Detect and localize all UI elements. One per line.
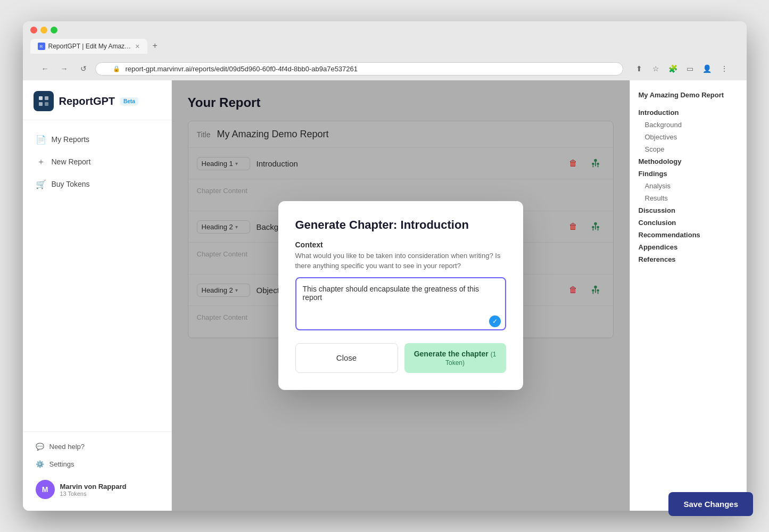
sidebar-nav: 📄 My Reports ＋ New Report 🛒 Buy Tokens [23,120,171,431]
textarea-check-icon: ✓ [489,315,501,327]
tab-title: ReportGPT | Edit My Amazing... [48,43,133,50]
toc-items: IntroductionBackgroundObjectivesScopeMet… [639,106,738,265]
browser-tab[interactable]: R ReportGPT | Edit My Amazing... × [30,39,147,54]
modal-context-desc: What would you like to be taken into con… [295,251,506,270]
toc-report-title: My Amazing Demo Report [639,91,738,99]
toc-item-scope[interactable]: Scope [639,143,738,155]
svg-rect-0 [39,96,43,100]
maximize-window-button[interactable] [51,27,57,34]
toc-item-background[interactable]: Background [639,119,738,131]
browser-actions: ⬆ ☆ 🧩 ▭ 👤 ⋮ [632,61,732,76]
modal-close-button[interactable]: Close [295,343,398,373]
modal-actions: Close Generate the chapter (1 Token) [295,343,506,373]
sidebar-item-buy-tokens[interactable]: 🛒 Buy Tokens [29,173,165,195]
toc-item-objectives[interactable]: Objectives [639,131,738,143]
user-profile[interactable]: M Marvin von Rappard 13 Tokens [29,475,165,504]
svg-rect-2 [45,96,48,100]
address-text: report-gpt.marvinvr.ai/reports/edit/09d5… [126,65,358,73]
sidebar-item-my-reports[interactable]: 📄 My Reports [29,129,165,150]
svg-rect-1 [39,102,43,106]
reports-icon: 📄 [36,134,46,145]
settings-icon: ⚙️ [36,460,44,468]
sidebar-item-label-buy-tokens: Buy Tokens [52,180,90,188]
sidebar-item-new-report[interactable]: ＋ New Report [29,151,165,172]
tab-close-button[interactable]: × [135,42,139,51]
context-textarea[interactable]: This chapter should encapsulate the grea… [295,277,506,330]
help-icon: 💬 [36,443,44,451]
nav-refresh-button[interactable]: ↺ [76,61,91,76]
user-info: Marvin von Rappard 13 Tokens [60,483,159,497]
beta-badge: Beta [120,97,138,105]
nav-back-button[interactable]: ← [38,61,53,76]
modal-title: Generate Chapter: Introduction [295,218,506,232]
sidebar-button[interactable]: ▭ [683,61,698,76]
user-avatar: M [36,480,55,499]
logo-text: ReportGPT [59,95,115,107]
tab-favicon: R [38,43,45,50]
main-content: Your Report Title My Amazing Demo Report… [172,80,630,511]
extensions-button[interactable]: 🧩 [666,61,681,76]
toc-item-results[interactable]: Results [639,192,738,204]
app-container: ReportGPT Beta 📄 My Reports ＋ New Report… [23,80,747,511]
settings-label: Settings [49,460,75,468]
toc-item-methodology[interactable]: Methodology [639,155,738,168]
toc-item-analysis[interactable]: Analysis [639,180,738,192]
menu-button[interactable]: ⋮ [717,61,732,76]
new-tab-button[interactable]: + [147,38,163,54]
generate-btn-text: Generate the chapter [414,350,489,358]
sidebar-item-label-my-reports: My Reports [52,135,90,144]
sidebar-item-label-new-report: New Report [52,157,91,166]
modal-generate-button[interactable]: Generate the chapter (1 Token) [404,343,506,373]
need-help-label: Need help? [49,443,85,451]
logo-icon [34,91,54,111]
logo-area: ReportGPT Beta [23,80,171,120]
toc-item-recommendations[interactable]: Recommendations [639,229,738,241]
sidebar-item-need-help[interactable]: 💬 Need help? [29,438,165,455]
user-tokens: 13 Tokens [60,491,159,497]
sidebar-item-settings[interactable]: ⚙️ Settings [29,456,165,472]
bookmark-button[interactable]: ☆ [649,61,664,76]
sidebar-footer: 💬 Need help? ⚙️ Settings M Marvin von Ra… [23,431,171,511]
buy-tokens-icon: 🛒 [36,179,46,189]
toc-item-discussion[interactable]: Discussion [639,204,738,217]
modal-overlay: Generate Chapter: Introduction Context W… [172,80,630,511]
toc-item-findings[interactable]: Findings [639,168,738,180]
browser-titlebar: R ReportGPT | Edit My Amazing... × + ← →… [23,21,747,80]
toc-item-appendices[interactable]: Appendices [639,241,738,253]
profile-button[interactable]: 👤 [700,61,715,76]
toc-item-conclusion[interactable]: Conclusion [639,217,738,229]
nav-forward-button[interactable]: → [57,61,72,76]
modal-textarea-wrapper: This chapter should encapsulate the grea… [295,277,506,332]
address-bar: ← → ↺ 🔒 report-gpt.marvinvr.ai/reports/e… [30,58,739,80]
traffic-lights [30,27,57,34]
new-report-icon: ＋ [36,156,46,167]
toc-item-introduction[interactable]: Introduction [639,106,738,119]
modal-context-label: Context [295,240,506,249]
lock-icon: 🔒 [113,65,120,72]
share-button[interactable]: ⬆ [632,61,647,76]
address-input[interactable]: 🔒 report-gpt.marvinvr.ai/reports/edit/09… [95,62,623,76]
sidebar: ReportGPT Beta 📄 My Reports ＋ New Report… [23,80,172,511]
toc-panel: My Amazing Demo Report IntroductionBackg… [630,80,747,511]
toc-item-references[interactable]: References [639,253,738,265]
generate-chapter-modal: Generate Chapter: Introduction Context W… [278,201,523,389]
user-name: Marvin von Rappard [60,483,159,491]
svg-rect-3 [45,102,48,106]
close-window-button[interactable] [30,27,37,34]
minimize-window-button[interactable] [40,27,47,34]
